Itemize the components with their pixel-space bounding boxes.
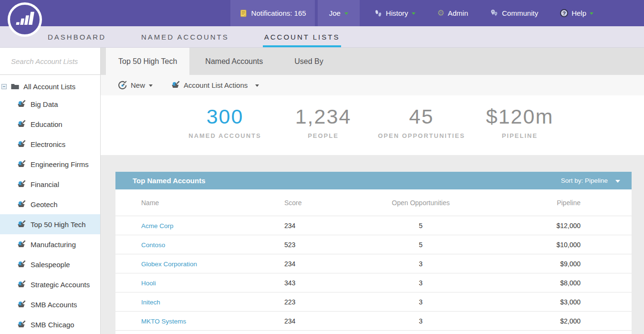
admin-menu[interactable]: ⚙ Admin bbox=[430, 0, 476, 26]
history-label: History bbox=[386, 9, 408, 17]
column-header-open-opportunities[interactable]: Open Opportunities bbox=[354, 199, 488, 207]
collapse-icon[interactable] bbox=[1, 84, 7, 89]
table-row[interactable]: Hooli 343 3 $8,000 bbox=[115, 273, 632, 292]
account-link[interactable]: Contoso bbox=[141, 241, 165, 249]
user-menu[interactable]: Joe bbox=[318, 0, 360, 26]
sidebar-item-label: Education bbox=[31, 120, 62, 128]
new-target-icon bbox=[118, 81, 127, 90]
tab-top-50-high-tech[interactable]: Top 50 High Tech bbox=[106, 48, 189, 75]
sidebar-search bbox=[0, 48, 100, 75]
tab-named-accounts[interactable]: Named Accounts bbox=[189, 48, 279, 75]
map-pins-icon bbox=[490, 9, 499, 18]
sidebar-item-manufacturing[interactable]: Manufacturing bbox=[0, 234, 100, 254]
account-lists-tree: All Account Lists Big Data Education Ele… bbox=[0, 75, 100, 334]
content-tabbar: Top 50 High Tech Named Accounts Used By bbox=[101, 48, 644, 75]
main-nav: DASHBOARD NAMED ACCOUNTS ACCOUNT LISTS bbox=[0, 26, 644, 48]
new-button[interactable]: New bbox=[118, 81, 153, 90]
sidebar-item-strategic-accounts[interactable]: Strategic Accounts bbox=[0, 274, 100, 294]
search-input[interactable] bbox=[10, 57, 90, 66]
account-list-icon bbox=[17, 280, 26, 289]
topbar-menus: Notifications: 165 Joe History ⚙ Admin C… bbox=[230, 0, 644, 26]
sidebar-item-geotech[interactable]: Geotech bbox=[0, 194, 100, 214]
app-frame: All Account Lists Big Data Education Ele… bbox=[0, 48, 644, 334]
chevron-down-icon bbox=[615, 180, 620, 183]
footprints-icon bbox=[374, 9, 383, 18]
account-link[interactable]: Globex Corporation bbox=[141, 261, 197, 268]
open-opportunities-cell: 3 bbox=[354, 260, 488, 268]
main-content: Top 50 High Tech Named Accounts Used By … bbox=[101, 48, 644, 334]
sidebar-item-label: SMB Chicago bbox=[31, 321, 74, 329]
sidebar-item-engineering-firms[interactable]: Engineering Firms bbox=[0, 154, 100, 174]
account-list-icon bbox=[17, 200, 26, 209]
sidebar-item-financial[interactable]: Financial bbox=[0, 174, 100, 194]
chevron-down-icon bbox=[412, 12, 415, 15]
folder-icon bbox=[10, 82, 20, 91]
tree-root-all-account-lists[interactable]: All Account Lists bbox=[0, 79, 100, 94]
community-menu[interactable]: Community bbox=[482, 0, 546, 26]
sort-by-dropdown[interactable]: Sort by: Pipeline bbox=[561, 177, 620, 184]
table-row[interactable]: Contoso 523 5 $10,000 bbox=[115, 235, 632, 254]
history-menu[interactable]: History bbox=[366, 0, 423, 26]
sidebar-item-label: Strategic Accounts bbox=[31, 281, 90, 289]
stat-value: 300 bbox=[176, 106, 274, 127]
stat-value: $120m bbox=[471, 106, 569, 127]
table-row[interactable]: Initech 223 3 $3,000 bbox=[115, 292, 632, 311]
column-header-pipeline[interactable]: Pipeline bbox=[488, 199, 632, 207]
account-link[interactable]: Initech bbox=[141, 299, 160, 306]
sidebar-item-electronics[interactable]: Electronics bbox=[0, 134, 100, 154]
nav-account-lists[interactable]: ACCOUNT LISTS bbox=[247, 26, 358, 47]
column-header-name[interactable]: Name bbox=[115, 199, 278, 207]
score-cell: 234 bbox=[278, 222, 354, 230]
account-list-icon bbox=[17, 160, 26, 169]
summary-stats: 300 NAMED ACCOUNTS 1,234 PEOPLE 45 OPEN … bbox=[101, 95, 644, 155]
score-cell: 343 bbox=[278, 279, 354, 287]
chevron-down-icon bbox=[255, 84, 259, 87]
nav-dashboard[interactable]: DASHBOARD bbox=[30, 26, 124, 47]
table-row[interactable]: Acme Corp 234 5 $12,000 bbox=[115, 216, 632, 235]
account-link[interactable]: MKTO Systems bbox=[141, 318, 186, 325]
admin-label: Admin bbox=[448, 9, 468, 17]
account-link[interactable]: Hooli bbox=[141, 280, 156, 287]
sidebar-item-label: Big Data bbox=[31, 100, 58, 108]
stat-label: NAMED ACCOUNTS bbox=[176, 132, 274, 139]
sidebar-item-label: Engineering Firms bbox=[31, 160, 89, 168]
stat-value: 1,234 bbox=[274, 106, 373, 127]
sidebar-item-label: Top 50 High Tech bbox=[31, 220, 86, 229]
notifications-button[interactable]: Notifications: 165 bbox=[230, 0, 315, 26]
tab-used-by[interactable]: Used By bbox=[279, 48, 339, 75]
table-row[interactable]: MKTO Systems 234 3 $2,000 bbox=[115, 311, 632, 330]
sidebar-item-big-data[interactable]: Big Data bbox=[0, 94, 100, 114]
account-list-icon bbox=[17, 300, 26, 309]
open-opportunities-cell: 3 bbox=[354, 298, 488, 306]
chevron-down-icon bbox=[590, 12, 593, 15]
pipeline-cell: $10,000 bbox=[488, 241, 632, 249]
pipeline-cell: $8,000 bbox=[488, 279, 632, 287]
tab-label: Top 50 High Tech bbox=[118, 57, 177, 66]
nav-named-accounts[interactable]: NAMED ACCOUNTS bbox=[124, 26, 247, 47]
sidebar-item-top-50-high-tech[interactable]: Top 50 High Tech bbox=[0, 214, 100, 234]
marketo-logo[interactable] bbox=[8, 2, 42, 37]
stat-value: 45 bbox=[373, 106, 471, 127]
user-name: Joe bbox=[329, 9, 341, 17]
table-row[interactable]: Globex Corporation 234 3 $9,000 bbox=[115, 254, 632, 273]
topbar: Notifications: 165 Joe History ⚙ Admin C… bbox=[0, 0, 644, 26]
sidebar-item-education[interactable]: Education bbox=[0, 114, 100, 134]
score-cell: 234 bbox=[278, 317, 354, 325]
account-link[interactable]: Acme Corp bbox=[141, 222, 174, 230]
tree-root-label: All Account Lists bbox=[23, 83, 75, 91]
stat-named-accounts: 300 NAMED ACCOUNTS bbox=[176, 106, 274, 155]
gear-icon: ⚙ bbox=[437, 9, 445, 17]
sidebar-item-label: SMB Accounts bbox=[31, 301, 77, 309]
stat-pipeline: $120m PIPELINE bbox=[471, 106, 569, 155]
column-header-score[interactable]: Score bbox=[278, 199, 354, 207]
help-menu[interactable]: ? Help bbox=[552, 0, 601, 26]
account-list-actions-button[interactable]: Account List Actions bbox=[171, 81, 259, 90]
sidebar-item-smb-accounts[interactable]: SMB Accounts bbox=[0, 294, 100, 314]
sort-by-label: Sort by: Pipeline bbox=[561, 177, 608, 184]
pipeline-cell: $12,000 bbox=[488, 222, 632, 230]
sidebar-item-salespeople[interactable]: Salespeople bbox=[0, 254, 100, 274]
sidebar-item-smb-chicago[interactable]: SMB Chicago bbox=[0, 314, 100, 334]
sidebar-item-label: Salespeople bbox=[31, 261, 70, 269]
nav-label: DASHBOARD bbox=[48, 26, 106, 47]
top-named-accounts-panel: Top Named Accounts Sort by: Pipeline Nam… bbox=[115, 172, 632, 334]
